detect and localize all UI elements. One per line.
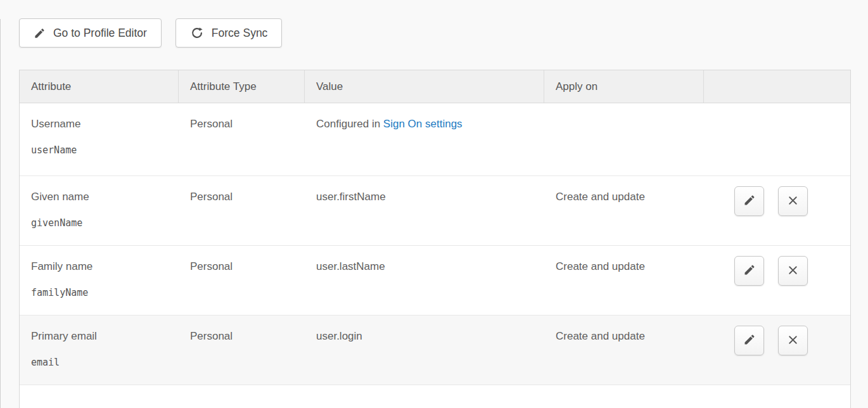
- attribute-label: Given name: [31, 191, 174, 203]
- attribute-name: givenName: [31, 217, 174, 229]
- attribute-type-cell: Personal: [179, 246, 305, 315]
- apply-on-cell: Create and update: [544, 316, 704, 385]
- column-header-attribute-type: Attribute Type: [179, 70, 305, 103]
- content-pane-left-border: [0, 19, 1, 408]
- attribute-type-cell: Personal: [179, 176, 305, 245]
- table-row-partial: [20, 385, 850, 408]
- remove-attribute-button[interactable]: [778, 186, 808, 216]
- apply-on-cell: [544, 103, 704, 175]
- close-icon: [786, 264, 800, 279]
- attribute-type-cell: Personal: [179, 316, 305, 385]
- value-cell: Configured in Sign On settings: [305, 103, 544, 175]
- sign-on-settings-link[interactable]: Sign On settings: [383, 118, 463, 130]
- table-row: Family name familyName Personal user.las…: [20, 246, 850, 316]
- attribute-label: Primary email: [31, 330, 174, 343]
- actions-cell: [704, 246, 850, 315]
- go-to-profile-editor-button[interactable]: Go to Profile Editor: [19, 18, 162, 48]
- attribute-cell: Username userName: [20, 103, 179, 175]
- attribute-cell: Family name familyName: [20, 246, 179, 315]
- actions-cell: [704, 103, 850, 175]
- apply-on-cell: Create and update: [544, 176, 704, 245]
- apply-on-cell: Create and update: [544, 246, 704, 315]
- actions-cell: [704, 176, 850, 245]
- pencil-icon: [743, 333, 756, 348]
- table-row: Given name givenName Personal user.first…: [20, 176, 850, 246]
- table-row: Primary email email Personal user.login …: [20, 316, 850, 385]
- table-header: Attribute Attribute Type Value Apply on: [20, 70, 850, 103]
- column-header-value: Value: [305, 70, 544, 103]
- value-cell: user.firstName: [305, 176, 544, 245]
- edit-attribute-button[interactable]: [734, 256, 764, 286]
- attribute-name: email: [31, 357, 174, 368]
- force-sync-button[interactable]: Force Sync: [176, 18, 283, 48]
- actions-cell: [704, 316, 850, 385]
- pencil-icon: [34, 27, 46, 39]
- attribute-label: Username: [31, 118, 174, 131]
- value-cell: user.lastName: [305, 246, 544, 315]
- pencil-icon: [743, 264, 756, 278]
- attribute-label: Family name: [31, 260, 174, 273]
- attribute-mappings-table: Attribute Attribute Type Value Apply on …: [19, 70, 851, 408]
- remove-attribute-button[interactable]: [778, 326, 808, 355]
- attribute-name: familyName: [31, 287, 174, 298]
- value-prefix-text: Configured in: [316, 118, 383, 130]
- attribute-cell: Given name givenName: [20, 176, 179, 245]
- edit-attribute-button[interactable]: [734, 186, 764, 216]
- force-sync-label: Force Sync: [212, 27, 268, 40]
- edit-attribute-button[interactable]: [734, 326, 764, 355]
- attribute-name: userName: [31, 144, 174, 156]
- remove-attribute-button[interactable]: [778, 256, 808, 286]
- refresh-icon: [190, 26, 204, 40]
- attribute-cell: Primary email email: [20, 316, 179, 385]
- close-icon: [786, 194, 800, 209]
- toolbar: Go to Profile Editor Force Sync: [19, 18, 282, 48]
- table-row: Username userName Personal Configured in…: [20, 103, 850, 176]
- value-cell: user.login: [305, 316, 544, 385]
- pencil-icon: [743, 194, 756, 208]
- close-icon: [786, 333, 800, 348]
- go-to-profile-editor-label: Go to Profile Editor: [53, 27, 147, 40]
- column-header-actions: [704, 70, 850, 103]
- attribute-type-cell: Personal: [179, 103, 305, 175]
- column-header-attribute: Attribute: [20, 70, 179, 103]
- column-header-apply-on: Apply on: [544, 70, 704, 103]
